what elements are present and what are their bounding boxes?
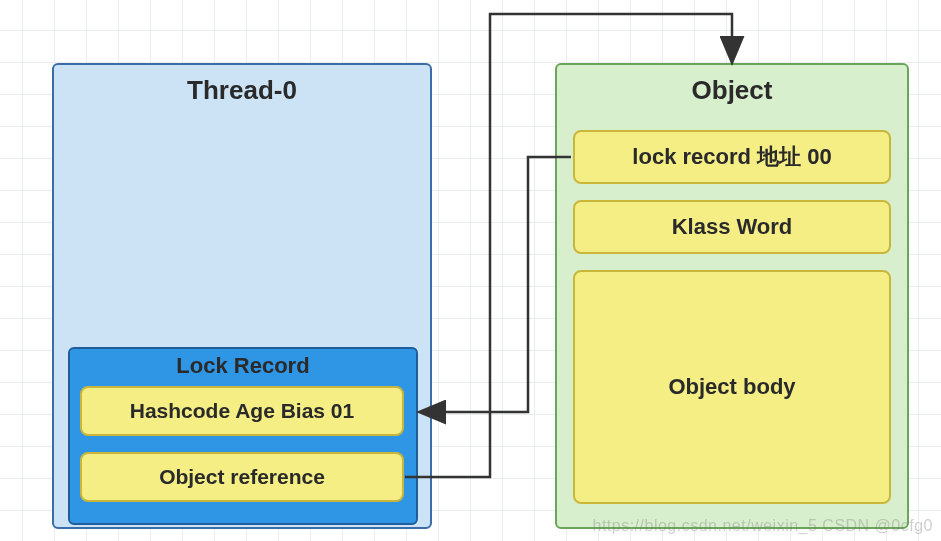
- klass-word-field: Klass Word: [573, 200, 891, 254]
- arrow-lraddr-to-lockrec: [421, 157, 571, 412]
- lock-record-address-field: lock record 地址 00: [573, 130, 891, 184]
- watermark: https://blog.csdn.net/weixin_5 CSDN @0cf…: [592, 517, 933, 535]
- object-body-field: Object body: [573, 270, 891, 504]
- object-title: Object: [557, 75, 907, 106]
- thread-title: Thread-0: [54, 75, 430, 106]
- object-reference-field: Object reference: [80, 452, 404, 502]
- lock-record-title: Lock Record: [70, 353, 416, 379]
- hashcode-field: Hashcode Age Bias 01: [80, 386, 404, 436]
